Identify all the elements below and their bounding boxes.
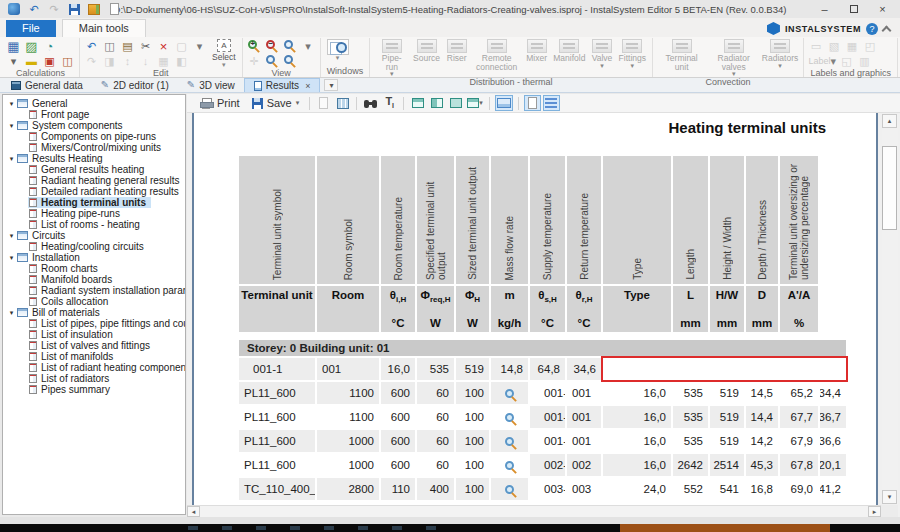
manifold-button[interactable]: Manifold (552, 39, 587, 63)
riser-button[interactable]: Riser (444, 39, 470, 63)
tree-item-circuits[interactable]: ▾Circuits (3, 230, 185, 241)
vertical-scrollbar[interactable]: ▴ ▾ (882, 114, 898, 504)
label-button[interactable]: Label▾ (808, 54, 836, 68)
tab-general-data[interactable]: General data (2, 78, 92, 92)
image-icon[interactable]: ▧ (826, 39, 841, 53)
results-icon[interactable]: ◔ (42, 39, 57, 53)
maximize-icon[interactable] (839, 1, 868, 17)
show-structure-icon[interactable] (543, 95, 560, 111)
copy-icon[interactable]: ◫ (102, 39, 117, 53)
tree-item-bill-of-materials[interactable]: ▾Bill of materials (3, 307, 185, 318)
zoom-dropdown[interactable]: ▾ (301, 39, 316, 53)
scroll-down-icon[interactable]: ▾ (882, 490, 897, 504)
tree-item-components-on-pipe-runs[interactable]: Components on pipe-runs (3, 131, 185, 142)
tree-item-mixers-control-mixing-units[interactable]: Mixers/Control/mixing units (3, 142, 185, 153)
valve-button[interactable]: Valve▾ (589, 39, 615, 69)
pipe-run-button[interactable]: Pipe-run▾ (374, 39, 409, 77)
cut-icon[interactable]: ✂ (138, 39, 153, 53)
tree-item-list-of-radiators[interactable]: List of radiators (3, 373, 185, 384)
export-icon[interactable] (87, 3, 101, 16)
tree-expand-icon[interactable]: ▾ (7, 122, 16, 130)
row-details-magnifier-icon[interactable] (491, 382, 528, 404)
ribbon-tab-file[interactable]: File (6, 20, 56, 37)
row-details-magnifier-icon[interactable] (491, 430, 528, 452)
tree-expand-icon[interactable]: ▾ (7, 155, 16, 163)
view-split-icon[interactable] (428, 95, 445, 111)
show-header-icon[interactable] (524, 95, 541, 111)
tree-item-pipes-summary[interactable]: Pipes summary (3, 384, 185, 395)
tree-item-heating-pipe-runs[interactable]: Heating pipe-runs (3, 208, 185, 219)
tree-item-radiant-system-installation-parameters[interactable]: Radiant system installation parameters (3, 285, 185, 296)
mirror-icon[interactable]: ◨ (102, 54, 117, 68)
fittings-button[interactable]: Fittings▾ (617, 39, 648, 69)
sheet-icon[interactable]: ▥ (857, 54, 872, 68)
undo-icon[interactable]: ↶ (84, 39, 99, 53)
fit-width-icon[interactable] (495, 95, 513, 111)
diagnostics-icon[interactable]: ▨ (24, 39, 39, 53)
tree-item-list-of-rooms-heating[interactable]: List of rooms - heating (3, 219, 185, 230)
scroll-up-icon[interactable]: ▴ (882, 114, 897, 128)
tab-results[interactable]: Results× (244, 78, 321, 92)
tree-item-front-page[interactable]: Front page (3, 109, 185, 120)
select-button[interactable]: ASelect▾ (210, 39, 238, 68)
tree-item-results-heating[interactable]: ▾Results Heating (3, 153, 185, 164)
tree-expand-icon[interactable]: ▾ (7, 254, 16, 262)
row-details-magnifier-icon[interactable] (491, 406, 528, 428)
tree-item-list-of-manifolds[interactable]: List of manifolds (3, 351, 185, 362)
table-mode-icon[interactable] (334, 95, 351, 111)
tree-item-list-of-valves-and-fittings[interactable]: List of valves and fittings (3, 340, 185, 351)
graphic-table-icon[interactable]: ◰ (862, 39, 877, 53)
font-size-icon[interactable]: TI (381, 95, 398, 111)
calc-options-dropdown[interactable]: ▾ (6, 54, 21, 68)
zoom-window-icon[interactable] (283, 39, 298, 53)
tree-item-list-of-pipes-pipe-fittings-and-couplings[interactable]: List of pipes, pipe fittings and couplin… (3, 318, 185, 329)
help-icon[interactable]: ? (866, 23, 878, 35)
new-file-icon[interactable] (107, 3, 121, 16)
rotate-icon[interactable]: ◧ (174, 54, 189, 68)
frame-icon[interactable]: ▦ (844, 39, 859, 53)
tree-item-list-of-radiant-heating-components[interactable]: List of radiant heating components (3, 362, 185, 373)
tree-item-coils-allocation[interactable]: Coils allocation (3, 296, 185, 307)
mixer-button[interactable]: Mixer (524, 39, 550, 63)
legend-icon[interactable]: ◱ (839, 54, 854, 68)
more-dropdown[interactable]: ▾ (192, 39, 207, 53)
tree-item-general-results-heating[interactable]: General results heating (3, 164, 185, 175)
view-single-icon[interactable] (409, 95, 426, 111)
close-tab-icon[interactable]: × (305, 81, 310, 91)
app-icon[interactable] (7, 3, 21, 16)
paste-icon[interactable]: ▤ (120, 39, 135, 53)
find-window-button[interactable]: ▾ (325, 39, 351, 61)
delete-icon[interactable]: × (156, 39, 171, 53)
tab-overflow-icon[interactable]: ▾ (324, 79, 338, 91)
terminal-unit-button[interactable]: Terminal unit (657, 39, 707, 71)
callout-icon[interactable]: ▭ (808, 39, 823, 53)
tree-expand-icon[interactable]: ▾ (7, 309, 16, 317)
tree-item-manifold-boards[interactable]: Manifold boards (3, 274, 185, 285)
row-details-magnifier-icon[interactable] (491, 454, 528, 476)
errors-icon[interactable]: ▣ (42, 54, 57, 68)
radiators-button[interactable]: Radiators▾ (761, 39, 800, 69)
align-vertical-icon[interactable]: ↕ (120, 54, 135, 68)
tree-item-room-charts[interactable]: Room charts (3, 263, 185, 274)
zoom-in-icon[interactable]: + (247, 39, 262, 53)
data-check-icon[interactable]: ◫ (60, 54, 75, 68)
remote-connection-button[interactable]: Remote connection (472, 39, 522, 71)
array-icon[interactable]: ▦ (156, 54, 171, 68)
tree-item-detailed-radiant-heating-results[interactable]: Detailed radiant heating results (3, 186, 185, 197)
zoom-previous-icon[interactable] (283, 54, 298, 68)
source-button[interactable]: Source (411, 39, 441, 63)
view-grid-icon[interactable] (447, 95, 464, 111)
tree-item-heating-cooling-circuits[interactable]: Heating/cooling circuits (3, 241, 185, 252)
page-setup-icon[interactable] (315, 95, 332, 111)
ribbon-tab-main-tools[interactable]: Main tools (62, 19, 146, 37)
save-button[interactable]: Save▾ (247, 96, 305, 110)
radiator-valves-button[interactable]: Radiator valves▾ (709, 39, 759, 77)
zoom-out-icon[interactable]: − (265, 39, 280, 53)
pan-icon[interactable]: ✛ (247, 54, 262, 68)
save-icon[interactable] (67, 3, 81, 16)
minimize-icon[interactable]: – (810, 1, 839, 17)
redo-icon[interactable]: ↷ (47, 3, 61, 16)
tab-3d-view[interactable]: ✎3D view (178, 78, 244, 92)
tree-item-system-components[interactable]: ▾System components (3, 120, 185, 131)
vertical-scroll-thumb[interactable] (882, 146, 897, 230)
